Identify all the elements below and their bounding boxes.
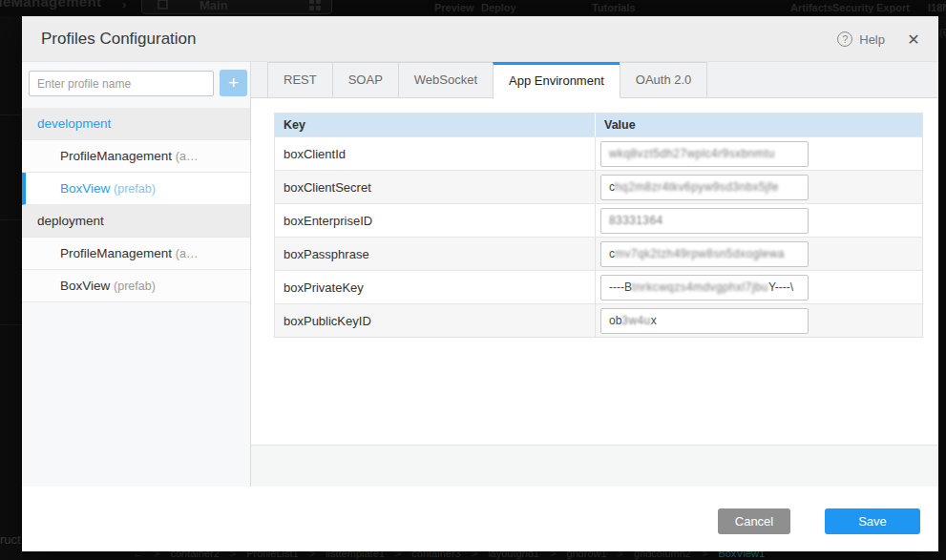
value-input-boxpassphrase[interactable]: cmv7qk2tzh49rpw8sn5dxoglewa [600, 241, 809, 267]
tab-app-environment[interactable]: App Environment [493, 62, 620, 99]
help-label: Help [859, 32, 885, 47]
value-cell: ----Btnrkcwqzs4mdvgphxl7jbuY----\ [596, 271, 922, 303]
value-cell: cmv7qk2tzh49rpw8sn5dxoglewa [596, 238, 922, 270]
value-cell: wkq8vzt5dh27wplc4r9sxbnmtu [596, 137, 922, 170]
sidebar-item-suffix: (a… [176, 247, 199, 260]
column-header-value: Value [596, 114, 922, 136]
add-profile-button[interactable]: + [220, 70, 247, 96]
sidebar-item-suffix: (a… [176, 150, 199, 163]
page-selector-label: Main [200, 0, 228, 12]
key-cell: boxPassphrase [275, 238, 596, 270]
value-input-boxclientid[interactable]: wkq8vzt5dh27wplc4r9sxbnmtu [600, 141, 809, 167]
value-cell: chq2m8zr4tkv6pyw9sd3nbx5jfe [596, 171, 922, 203]
profile-name-input[interactable] [29, 71, 214, 96]
table-row: boxClientId wkq8vzt5dh27wplc4r9sxbnmtu [275, 136, 922, 170]
key-cell: boxEnterpriseID [275, 204, 596, 237]
topnav-security[interactable]: Security [832, 2, 873, 13]
chevron-right-icon: › [122, 0, 126, 11]
column-header-key: Key [275, 114, 596, 136]
sidebar-item-label: BoxView [60, 181, 110, 196]
sidebar-item-label: deployment [37, 214, 104, 228]
table-row: boxClientSecret chq2m8zr4tkv6pyw9sd3nbx5… [275, 170, 922, 203]
sidebar-item-development[interactable]: development [22, 108, 250, 140]
tab-oauth2[interactable]: OAuth 2.0 [620, 62, 708, 98]
value-redacted: mv7qk2tzh49rpw8sn5dxoglewa [615, 247, 785, 260]
table-row: boxPassphrase cmv7qk2tzh49rpw8sn5dxoglew… [275, 237, 922, 270]
tab-rest[interactable]: REST [267, 62, 332, 98]
value-prefix: ----B [609, 280, 632, 294]
close-icon[interactable]: ✕ [902, 16, 925, 62]
grid-view-icon [309, 0, 322, 10]
help-icon: ? [837, 31, 852, 47]
background-panel-divider [0, 324, 22, 325]
value-redacted: 3w4u [621, 314, 650, 327]
value-redacted: wkq8vzt5dh27wplc4r9sxbnmtu [609, 147, 775, 160]
topnav-deploy[interactable]: Deploy [481, 2, 516, 13]
save-button[interactable]: Save [825, 508, 920, 534]
topnav-tutorials[interactable]: Tutorials [592, 2, 636, 13]
background-right-fragment: (6 [939, 27, 946, 38]
table-header: Key Value [275, 114, 922, 136]
page-selector-dropdown[interactable]: Main [141, 0, 332, 14]
sidebar-item-label: ProfileManagement [60, 149, 172, 163]
topnav-artifacts[interactable]: Artifacts [790, 2, 833, 13]
tab-websocket[interactable]: WebSocket [398, 62, 493, 98]
table-row: boxPrivateKey ----Btnrkcwqzs4mdvgphxl7jb… [275, 270, 922, 303]
key-cell: boxClientId [275, 137, 596, 170]
background-panel-divider [0, 219, 22, 220]
project-name-fragment: ileManagement [0, 0, 101, 10]
value-cell: ob3w4ux [596, 304, 922, 337]
value-redacted: tnrkcwqzs4mdvgphxl7jbu [632, 280, 768, 294]
dialog-title: Profiles Configuration [41, 16, 197, 62]
background-panel-divider [0, 114, 22, 115]
sidebar-item-suffix: (prefab) [114, 182, 156, 196]
profiles-sidebar: + development ProfileManagement (a… BoxV… [22, 62, 251, 487]
help-button[interactable]: ? Help [837, 16, 885, 62]
value-redacted: 83331364 [609, 214, 663, 227]
cancel-button[interactable]: Cancel [718, 508, 790, 534]
value-suffix: Y----\ [768, 280, 793, 294]
key-cell: boxClientSecret [275, 171, 596, 203]
value-input-boxenterpriseid[interactable]: 83331364 [600, 208, 809, 234]
value-redacted: hq2m8zr4tkv6pyw9sd3nbx5jfe [615, 180, 779, 194]
app-environment-table: Key Value boxClientId wkq8vzt5dh27wplc4r… [274, 113, 923, 338]
value-input-boxpublickeyid[interactable]: ob3w4ux [600, 308, 809, 334]
sidebar-item-label: BoxView [60, 279, 110, 293]
tab-soap[interactable]: SOAP [332, 62, 398, 98]
table-row: boxPublicKeyID ob3w4ux [275, 303, 922, 337]
table-row: boxEnterpriseID 83331364 [275, 203, 922, 237]
key-cell: boxPublicKeyID [275, 304, 596, 337]
dialog-content: REST SOAP WebSocket App Environment OAut… [251, 62, 938, 487]
profiles-tree: development ProfileManagement (a… BoxVie… [22, 108, 250, 302]
background-structure-fragment: ruct [0, 532, 21, 547]
content-footer-strip [251, 445, 938, 487]
sidebar-item-label: development [37, 116, 111, 131]
value-input-boxclientsecret[interactable]: chq2m8zr4tkv6pyw9sd3nbx5jfe [600, 175, 809, 200]
dialog-footer: Cancel Save [22, 487, 938, 551]
dialog-header: Profiles Configuration ? Help ✕ [22, 16, 938, 62]
value-prefix: ob [609, 314, 621, 327]
topnav-export[interactable]: Export [876, 2, 910, 13]
sidebar-item-deployment[interactable]: deployment [22, 205, 250, 238]
screen: ileManagement › Main Preview Deploy Tuto… [0, 0, 946, 560]
sidebar-item-boxview-dev-selected[interactable]: BoxView (prefab) [22, 173, 250, 205]
topnav-preview[interactable]: Preview [434, 2, 474, 13]
value-cell: 83331364 [596, 204, 922, 237]
topnav-i18n[interactable]: I18N [928, 2, 946, 13]
sidebar-item-profilemanagement-deploy[interactable]: ProfileManagement (a… [22, 238, 250, 270]
page-icon [158, 0, 168, 10]
profiles-configuration-dialog: Profiles Configuration ? Help ✕ + develo… [22, 16, 938, 551]
sidebar-item-label: ProfileManagement [60, 246, 172, 260]
value-input-boxprivatekey[interactable]: ----Btnrkcwqzs4mdvgphxl7jbuY----\ [600, 275, 809, 301]
key-cell: boxPrivateKey [275, 271, 596, 303]
tab-bar: REST SOAP WebSocket App Environment OAut… [251, 62, 938, 98]
sidebar-item-suffix: (prefab) [114, 280, 156, 293]
sidebar-item-profilemanagement-dev[interactable]: ProfileManagement (a… [22, 140, 250, 173]
value-suffix: x [651, 314, 657, 327]
background-topbar: ileManagement › Main Preview Deploy Tuto… [0, 0, 946, 16]
sidebar-item-boxview-deploy[interactable]: BoxView (prefab) [22, 270, 250, 302]
